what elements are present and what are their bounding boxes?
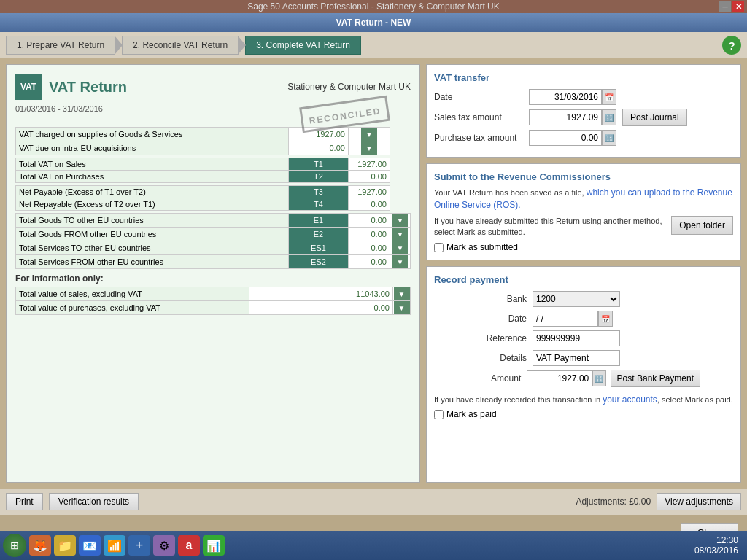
open-folder-button[interactable]: Open folder	[671, 216, 733, 235]
minimize-button[interactable]: ─	[719, 1, 731, 12]
step-2[interactable]: 2. Reconcile VAT Return	[122, 36, 239, 55]
calendar-icon[interactable]: 📅	[602, 89, 616, 105]
table-row: Total VAT on Purchases T2 0.00	[16, 171, 411, 183]
post-bank-button[interactable]: Post Bank Payment	[611, 370, 700, 387]
details-input[interactable]	[533, 350, 620, 366]
vat-header: VAT VAT Return Stationery & Computer Mar…	[15, 74, 411, 100]
date-label: Date	[434, 92, 529, 102]
wizard-steps: 1. Prepare VAT Return 2. Reconcile VAT R…	[0, 32, 747, 58]
vat-transfer-box: VAT transfer Date 📅 Sales tax amount 🔢 P…	[426, 64, 741, 158]
step-arrow-2	[238, 36, 246, 55]
record-cal-icon[interactable]: 📅	[598, 311, 613, 327]
sales-input[interactable]	[529, 109, 602, 125]
table-row: VAT due on intra-EU acquisitions 0.00 ▼	[16, 141, 411, 155]
vat-return-panel: VAT VAT Return Stationery & Computer Mar…	[6, 64, 420, 483]
record-date-row: Date 📅	[467, 311, 700, 327]
print-button[interactable]: Print	[6, 493, 43, 510]
table-row: Net Repayable (Excess of T2 over T1) T4 …	[16, 198, 411, 211]
taskbar-icon-gear[interactable]: ⚙	[153, 535, 175, 556]
info-row-0: Total value of sales, excluding VAT 1104…	[16, 287, 411, 301]
mark-submitted-row: Mark as submitted	[434, 242, 733, 252]
taskbar-icon-letter[interactable]: a	[178, 535, 200, 556]
reference-input[interactable]	[533, 330, 620, 346]
row-btn-1[interactable]: ▼	[361, 141, 377, 155]
reference-label: Reference	[467, 333, 533, 343]
taskbar-icon-app[interactable]: 📊	[203, 535, 225, 556]
taskbar-icon-browser1[interactable]: 🦊	[29, 535, 51, 556]
mark-paid-label: Mark as paid	[446, 409, 497, 419]
table-row: Net Payable (Excess of T1 over T2) T3 19…	[16, 186, 411, 198]
submit-text-2: If you have already submitted this Retur…	[434, 216, 665, 238]
close-button[interactable]: ✕	[732, 1, 744, 12]
amount-row: Amount 🔢 Post Bank Payment	[467, 370, 700, 387]
record-date-input[interactable]	[533, 311, 598, 327]
row-btn-6[interactable]: ▼	[392, 214, 408, 227]
taskbar-icon-email[interactable]: 📧	[79, 535, 101, 556]
info-section-label: For information only:	[15, 273, 411, 284]
sales-row: Sales tax amount 🔢 Post Journal	[434, 109, 733, 126]
taskbar-icon-wifi[interactable]: 📶	[104, 535, 125, 556]
info-row-1: Total value of purchases, excluding VAT …	[16, 301, 411, 315]
row-btn-0[interactable]: ▼	[361, 128, 377, 141]
amount-cal-icon[interactable]: 🔢	[592, 370, 605, 386]
submit-title: Submit to the Revenue Commissioners	[434, 171, 733, 182]
record-payment-box: Record payment Bank 1200 Date 📅	[426, 266, 741, 483]
purchase-cal-icon[interactable]: 🔢	[602, 130, 616, 146]
taskbar-icon-plus[interactable]: +	[128, 535, 150, 556]
bank-label: Bank	[467, 294, 533, 304]
bottom-bar: Print Verification results Adjustments: …	[0, 489, 747, 515]
company-name: Stationery & Computer Mart UK	[287, 82, 411, 92]
taskbar-icon-files[interactable]: 📁	[54, 535, 76, 556]
taskbar-clock: 12:30 08/03/2016	[694, 535, 744, 556]
vat-logo: VAT	[15, 74, 42, 100]
record-info-text: If you have already recorded this transa…	[434, 394, 733, 406]
right-panel: VAT transfer Date 📅 Sales tax amount 🔢 P…	[426, 64, 741, 483]
table-row: Total Goods TO other EU countries E1 0.0…	[16, 214, 411, 228]
table-row: Total Services TO other EU countries ES1…	[16, 241, 411, 255]
sales-label: Sales tax amount	[434, 112, 529, 122]
purchase-row: Purchase tax amount 🔢	[434, 130, 733, 146]
submit-text-1: Your VAT Return has been saved as a file…	[434, 187, 733, 211]
title-bar: VAT Return - NEW	[0, 13, 747, 32]
mark-paid-checkbox[interactable]	[434, 410, 444, 419]
step-1[interactable]: 1. Prepare VAT Return	[6, 36, 115, 55]
info-btn-0[interactable]: ▼	[394, 287, 410, 300]
taskbar: ⊞ 🦊 📁 📧 📶 + ⚙ a 📊 12:30 08/03/2016	[0, 531, 747, 560]
table-row: Total Goods FROM other EU countries E2 0…	[16, 228, 411, 241]
row-btn-7[interactable]: ▼	[392, 228, 408, 241]
submit-box: Submit to the Revenue Commissioners Your…	[426, 163, 741, 260]
vat-transfer-title: VAT transfer	[434, 72, 733, 83]
date-range: 01/03/2016 - 31/03/2016	[15, 104, 103, 113]
bank-select[interactable]: 1200	[533, 291, 620, 307]
post-journal-button[interactable]: Post Journal	[622, 109, 687, 126]
row-btn-9[interactable]: ▼	[392, 255, 408, 268]
date-row: Date 📅	[434, 89, 733, 105]
date-input[interactable]	[529, 89, 602, 105]
view-adjustments-button[interactable]: View adjustments	[657, 493, 741, 510]
row-btn-8[interactable]: ▼	[392, 241, 408, 254]
main-content: VAT VAT Return Stationery & Computer Mar…	[0, 58, 747, 489]
mark-submitted-label: Mark as submitted	[446, 242, 518, 252]
mark-paid-row: Mark as paid	[434, 409, 733, 419]
help-button[interactable]: ?	[722, 36, 741, 55]
record-payment-title: Record payment	[434, 274, 733, 285]
adjustments-text: Adjustments: £0.00	[576, 497, 651, 507]
table-row: VAT charged on supplies of Goods & Servi…	[16, 128, 411, 141]
step-arrow-1	[115, 36, 123, 55]
record-date-label: Date	[467, 314, 533, 324]
bank-row: Bank 1200	[467, 291, 700, 307]
details-label: Details	[467, 353, 533, 363]
info-btn-1[interactable]: ▼	[394, 301, 410, 314]
vat-table: VAT charged on supplies of Goods & Servi…	[15, 127, 411, 269]
table-row: Total Services FROM other EU countries E…	[16, 255, 411, 269]
mark-submitted-checkbox[interactable]	[434, 243, 444, 252]
info-table: Total value of sales, excluding VAT 1104…	[15, 287, 411, 315]
reference-row: Reference	[467, 330, 700, 346]
purchase-label: Purchase tax amount	[434, 133, 529, 143]
verification-button[interactable]: Verification results	[49, 493, 139, 510]
amount-input[interactable]	[527, 370, 592, 386]
sales-cal-icon[interactable]: 🔢	[602, 109, 616, 125]
start-icon[interactable]: ⊞	[3, 534, 26, 557]
purchase-input[interactable]	[529, 130, 602, 146]
step-3[interactable]: 3. Complete VAT Return	[245, 36, 361, 55]
